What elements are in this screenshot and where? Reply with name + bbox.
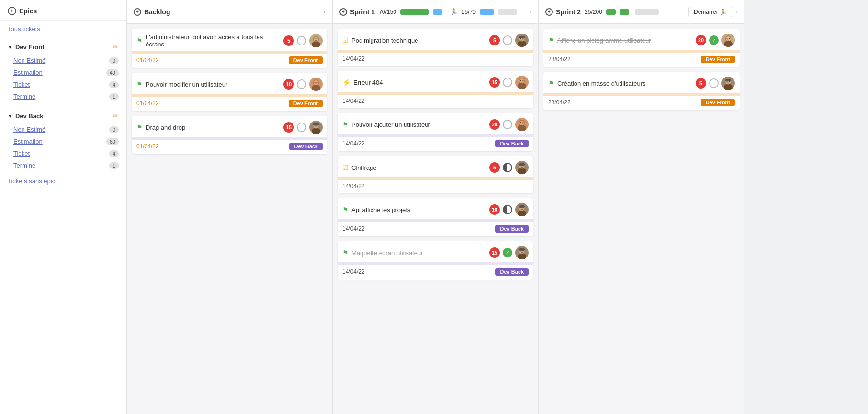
section-item-label[interactable]: Non Estimé xyxy=(13,126,45,133)
status-done[interactable]: ✓ xyxy=(709,35,719,45)
card-tag: Dev Front xyxy=(289,56,323,64)
edit-icon[interactable]: ✏ xyxy=(113,112,119,120)
status-empty[interactable] xyxy=(297,123,306,132)
card-title[interactable]: Api affiche les projets xyxy=(351,206,486,213)
section-item-badge: 4 xyxy=(109,81,119,88)
section-item[interactable]: Non Estimé 0 xyxy=(0,123,126,135)
section-item-label[interactable]: Terminé xyxy=(13,162,35,169)
section-title-dev-back[interactable]: ▼ Dev Back xyxy=(8,112,43,120)
avatar xyxy=(721,34,735,47)
svg-point-27 xyxy=(519,78,524,83)
card-top: ⚡ Erreur 404 15 xyxy=(338,71,533,92)
column-plus-icon[interactable]: + xyxy=(545,8,553,16)
chevron-left-icon[interactable]: ‹ xyxy=(324,9,326,15)
avatar xyxy=(515,76,529,89)
chevron-right-icon[interactable]: › xyxy=(736,9,738,15)
card-date: 14/04/22 xyxy=(342,183,365,190)
svg-point-29 xyxy=(523,80,524,81)
status-empty[interactable] xyxy=(503,35,512,45)
section-item-label[interactable]: Ticket xyxy=(13,81,30,88)
svg-rect-47 xyxy=(519,205,525,208)
chevron-down-icon: ▼ xyxy=(8,113,12,119)
chevron-left-icon[interactable]: ‹ xyxy=(530,9,531,15)
sprint-bar-blue xyxy=(433,9,442,15)
avatar xyxy=(515,203,529,216)
status-half[interactable] xyxy=(503,205,512,214)
section-item-label[interactable]: Terminé xyxy=(13,93,35,100)
card-title[interactable]: Pouvoir ajouter un utilisateur xyxy=(351,121,486,128)
card-footer: 01/04/22 Dev Front xyxy=(132,54,327,68)
tickets-sans-epic-link[interactable]: Tickets sans epic xyxy=(0,175,126,187)
story-flag-icon: ⚑ xyxy=(548,36,554,44)
card-tag: Dev Back xyxy=(289,143,323,150)
card-points: 10 xyxy=(489,204,500,215)
card-points: 15 xyxy=(489,77,500,88)
card-points: 5 xyxy=(489,162,500,173)
epics-plus-icon[interactable]: + xyxy=(8,7,16,15)
column-body: ⚑ L'administrateur doit avoir accès a to… xyxy=(127,24,332,414)
card-top: ⚑ Pouvoir modifier un utilisateur 10 xyxy=(132,73,327,94)
card-tag: Dev Front xyxy=(701,99,735,106)
section-item-badge: 4 xyxy=(109,150,119,157)
section-item-label[interactable]: Non Estimé xyxy=(13,57,45,64)
card-title[interactable]: Affiche un pictogramme utilisateur xyxy=(557,37,693,44)
bug-flag-icon: ⚡ xyxy=(342,78,350,86)
section-item[interactable]: Terminé 1 xyxy=(0,159,126,171)
story-flag-icon: ⚑ xyxy=(342,121,349,128)
status-empty[interactable] xyxy=(297,79,306,89)
section-item-badge: 60 xyxy=(106,138,119,145)
status-empty[interactable] xyxy=(709,78,719,88)
section-item[interactable]: Estimation 40 xyxy=(0,67,126,78)
card-date: 14/04/22 xyxy=(342,225,365,232)
column-sprint1: + Sprint 1 70/150🏃15/70 ‹ ☑ Poc migratio… xyxy=(333,0,539,414)
svg-rect-65 xyxy=(725,79,731,81)
section-item-badge: 1 xyxy=(109,93,119,100)
card: ⚡ Erreur 404 15 14/04/22 xyxy=(338,71,533,108)
card-title[interactable]: Drag and drop xyxy=(146,124,281,131)
section-item-badge: 1 xyxy=(109,162,119,169)
section-item-label[interactable]: Estimation xyxy=(13,138,43,145)
section-item[interactable]: Terminé 1 xyxy=(0,90,126,102)
sprint-score: 25/200 xyxy=(585,9,602,15)
card-date: 14/04/22 xyxy=(342,98,365,104)
avatar xyxy=(515,34,529,47)
section-item[interactable]: Non Estimé 0 xyxy=(0,55,126,67)
card: ☑ Poc migration technique 5 14/04/22 xyxy=(338,29,533,66)
sprint-bar-green xyxy=(400,9,429,15)
status-half[interactable] xyxy=(503,163,512,172)
section-item[interactable]: Estimation 60 xyxy=(0,135,126,147)
card-title[interactable]: Création en masse d'utilisateurs xyxy=(557,80,693,87)
card-title[interactable]: Poc migration technique xyxy=(351,37,486,44)
main-content: + Backlog ‹ ⚑ L'administrateur doit avoi… xyxy=(127,0,868,414)
story-flag-icon: ⚑ xyxy=(342,249,349,257)
svg-rect-53 xyxy=(519,248,525,251)
column-title-text: Sprint 2 xyxy=(556,8,581,16)
column-plus-icon[interactable]: + xyxy=(339,8,347,16)
column-body: ☑ Poc migration technique 5 14/04/22 ⚡ E… xyxy=(333,24,538,414)
card-date: 28/04/22 xyxy=(548,56,571,63)
card-title[interactable]: L'administrateur doit avoir accès a tous… xyxy=(146,34,281,48)
status-empty[interactable] xyxy=(297,36,306,45)
column-header: + Sprint 2 25/200 Démarrer 🏃› xyxy=(539,0,744,24)
status-empty[interactable] xyxy=(503,120,512,129)
card-title[interactable]: Chiffrage xyxy=(351,164,486,171)
card-date: 01/04/22 xyxy=(136,100,159,107)
section-item[interactable]: Ticket 4 xyxy=(0,78,126,90)
edit-icon[interactable]: ✏ xyxy=(113,43,119,51)
section-item-label[interactable]: Ticket xyxy=(13,150,30,157)
card-footer: 28/04/22 Dev Front xyxy=(543,53,740,67)
status-done[interactable]: ✓ xyxy=(503,248,512,257)
column-plus-icon[interactable]: + xyxy=(134,8,141,16)
sidebar-header: + Epics xyxy=(0,0,126,21)
card-title[interactable]: Maquette écran utilisateur xyxy=(351,249,486,257)
section-title-dev-front[interactable]: ▼ Dev Front xyxy=(8,44,45,51)
section-item-label[interactable]: Estimation xyxy=(13,69,43,76)
card-top: ⚑ Pouvoir ajouter un utilisateur 20 xyxy=(338,113,533,134)
card-footer: 14/04/22 Dev Back xyxy=(338,137,533,151)
start-sprint-button[interactable]: Démarrer 🏃 xyxy=(688,7,732,17)
card-title[interactable]: Pouvoir modifier un utilisateur xyxy=(146,81,281,88)
tous-tickets-link[interactable]: Tous tickets xyxy=(0,21,126,37)
card-title[interactable]: Erreur 404 xyxy=(353,79,486,86)
status-empty[interactable] xyxy=(503,78,512,87)
section-item[interactable]: Ticket 4 xyxy=(0,147,126,159)
